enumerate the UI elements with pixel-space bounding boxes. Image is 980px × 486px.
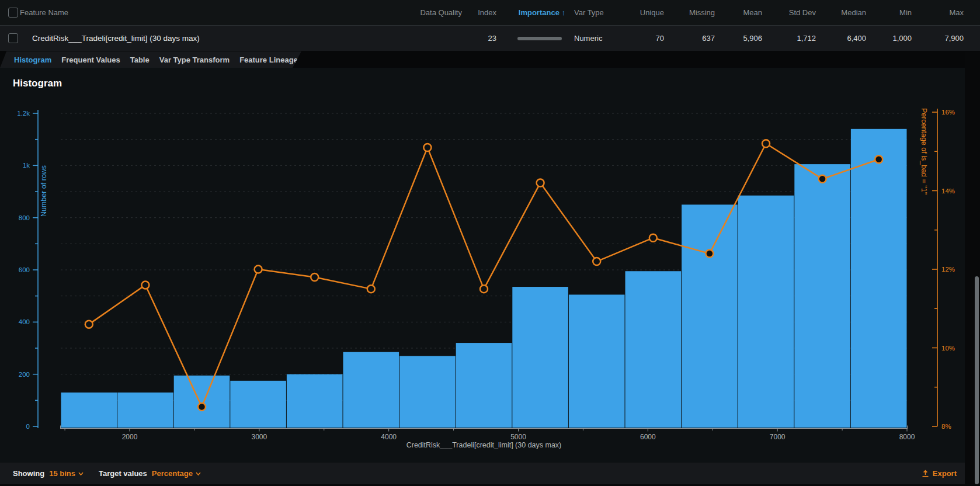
column-std-dev[interactable]: Std Dev [789, 0, 816, 25]
column-var-type[interactable]: Var Type [574, 0, 604, 25]
feature-row-checkbox[interactable] [8, 33, 18, 43]
min-cell: 1,000 [892, 26, 912, 51]
svg-text:12%: 12% [941, 266, 955, 273]
svg-text:800: 800 [19, 214, 30, 221]
tab-var-type-transform[interactable]: Var Type Transform [159, 55, 230, 64]
svg-text:0: 0 [26, 423, 30, 430]
svg-text:CreditRisk___Tradeli[credit_li: CreditRisk___Tradeli[credit_limit] (30 d… [406, 441, 562, 449]
svg-text:7000: 7000 [770, 433, 786, 441]
target-values-label: Target values [99, 469, 147, 478]
bins-dropdown[interactable]: 15 bins [49, 469, 84, 478]
svg-text:5000: 5000 [510, 433, 526, 441]
column-data-quality[interactable]: Data Quality [420, 0, 462, 25]
column-importance-sorted[interactable]: Importance ↑ [519, 0, 565, 25]
svg-text:8000: 8000 [899, 433, 915, 441]
bins-value: 15 bins [49, 469, 75, 478]
missing-cell: 637 [702, 26, 715, 51]
median-cell: 6,400 [847, 26, 866, 51]
svg-text:400: 400 [19, 318, 30, 325]
feature-name-cell[interactable]: CreditRisk___Tradeli[credit_limit] (30 d… [32, 26, 200, 51]
column-index[interactable]: Index [478, 0, 496, 25]
export-button[interactable]: Export [922, 469, 957, 478]
svg-text:14%: 14% [941, 188, 955, 195]
select-all-checkbox[interactable] [8, 8, 18, 18]
vertical-scrollbar[interactable] [975, 276, 979, 484]
svg-text:1.2k: 1.2k [17, 110, 30, 117]
svg-text:3000: 3000 [251, 433, 267, 441]
feature-detail-tabs: Histogram Frequent Values Table Var Type… [0, 51, 301, 68]
max-cell: 7,900 [944, 26, 964, 51]
unique-cell: 70 [656, 26, 664, 51]
column-feature-name[interactable]: Feature Name [20, 0, 68, 25]
tab-table[interactable]: Table [130, 55, 150, 64]
svg-text:1k: 1k [23, 162, 30, 169]
svg-text:10%: 10% [941, 345, 955, 352]
column-median[interactable]: Median [841, 0, 866, 25]
column-mean[interactable]: Mean [743, 0, 762, 25]
chart-toolbar: Showing 15 bins Target values Percentage… [0, 463, 965, 484]
export-label: Export [933, 469, 957, 478]
mean-cell: 5,906 [743, 26, 762, 51]
target-values-value: Percentage [152, 469, 193, 478]
svg-text:8%: 8% [941, 423, 951, 430]
svg-text:16%: 16% [941, 109, 955, 116]
column-missing[interactable]: Missing [689, 0, 715, 25]
histogram-chart: 2000300040005000600070008000020040060080… [0, 68, 965, 463]
svg-text:2000: 2000 [122, 433, 138, 441]
svg-text:200: 200 [19, 371, 30, 378]
svg-text:Number of rows: Number of rows [40, 165, 48, 217]
index-cell: 23 [488, 26, 496, 51]
tab-frequent-values[interactable]: Frequent Values [61, 55, 120, 64]
tab-feature-lineage[interactable]: Feature Lineage [239, 55, 298, 64]
chevron-down-icon [196, 472, 201, 475]
importance-bar [517, 37, 562, 40]
std-dev-cell: 1,712 [797, 26, 816, 51]
chevron-down-icon [78, 472, 84, 475]
svg-text:600: 600 [19, 266, 30, 273]
svg-text:4000: 4000 [381, 433, 397, 441]
column-unique[interactable]: Unique [640, 0, 664, 25]
column-max[interactable]: Max [949, 0, 964, 25]
showing-label: Showing [13, 469, 44, 478]
feature-table-header: Feature Name Data Quality Index Importan… [0, 0, 980, 26]
tab-histogram[interactable]: Histogram [14, 55, 51, 64]
var-type-cell: Numeric [574, 26, 602, 51]
target-values-dropdown[interactable]: Percentage [152, 469, 201, 478]
export-icon [922, 470, 929, 477]
feature-table-row: CreditRisk___Tradeli[credit_limit] (30 d… [0, 26, 980, 51]
svg-text:Percentage of is_bad = "1": Percentage of is_bad = "1" [920, 108, 928, 195]
svg-text:6000: 6000 [640, 433, 656, 441]
column-min[interactable]: Min [899, 0, 912, 25]
